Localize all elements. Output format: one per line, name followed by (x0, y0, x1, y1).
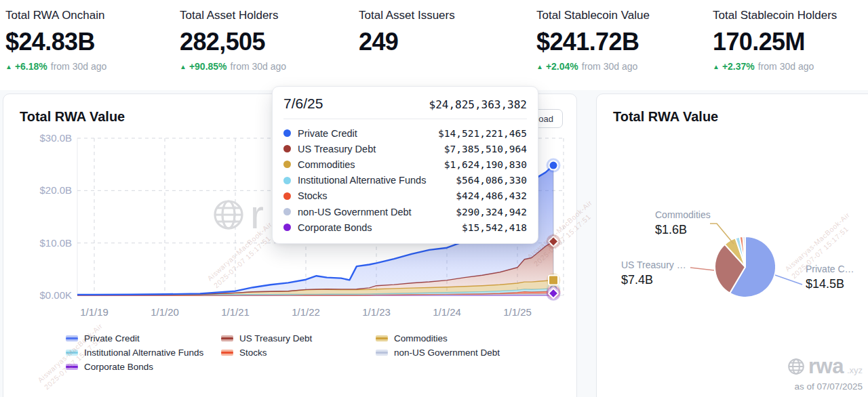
legend-label: Commodities (394, 333, 448, 343)
up-triangle-icon: ▲ (5, 63, 12, 70)
tooltip-row-value: $7,385,510,964 (444, 144, 527, 154)
tooltip-row-name: Stocks (298, 190, 456, 201)
x-axis-tick: 1/1/20 (151, 306, 179, 318)
up-triangle-icon: ▲ (180, 63, 186, 70)
x-axis-tick: 1/1/24 (433, 306, 461, 318)
tooltip-row-value: $564,086,330 (456, 175, 527, 186)
y-axis-tick: $30.0B (39, 132, 72, 144)
tooltip-date: 7/6/25 (283, 96, 323, 112)
series-dot-icon (283, 161, 291, 168)
tooltip-row-name: Institutional Alternative Funds (298, 175, 456, 186)
stat-delta: ▲+2.04%from 30d ago (536, 61, 650, 72)
stat-value: 170.25M (713, 27, 837, 56)
callout-line-private-credit (775, 275, 802, 285)
legend-item-us-treasury-debt[interactable]: US Treasury Debt (221, 333, 312, 343)
pie-label-us-treasury: US Treasury … $7.4B (621, 259, 686, 287)
pie-label-commodities-value: $1.6B (655, 223, 711, 237)
tooltip-row-us-treasury-debt: US Treasury Debt$7,385,510,964 (283, 141, 527, 156)
y-axis-tick: $20.0B (39, 184, 72, 196)
x-axis-tick: 1/1/21 (221, 306, 250, 318)
series-dot-icon (283, 177, 291, 184)
stat-value: 249 (359, 27, 455, 56)
tooltip-row-institutional-alternative-funds: Institutional Alternative Funds$564,086,… (283, 173, 527, 188)
legend-item-private-credit[interactable]: Private Credit (66, 333, 140, 343)
tooltip-row-value: $290,324,942 (456, 207, 527, 217)
up-triangle-icon: ▲ (536, 63, 543, 70)
pie-label-us-treasury-value: $7.4B (621, 273, 686, 287)
legend-label: Private Credit (84, 333, 140, 343)
series-dot-icon (283, 192, 291, 200)
legend-item-stocks[interactable]: Stocks (221, 348, 267, 358)
stat-value: $24.83B (5, 27, 106, 56)
chart-tooltip: 7/6/25 $24,825,363,382 Private Credit$14… (272, 86, 538, 244)
legend-label: Corporate Bonds (84, 362, 153, 372)
series-dot-icon (283, 224, 291, 231)
tooltip-row-value: $1,624,190,830 (444, 159, 527, 170)
series-dot-icon (283, 208, 291, 215)
tooltip-row-value: $14,521,221,465 (438, 128, 527, 139)
rwa-dashboard: Total RWA Onchain$24.83B▲+6.18%from 30d … (0, 0, 868, 397)
legend-item-institutional-alternative-funds[interactable]: Institutional Alternative Funds (66, 348, 203, 358)
x-axis-tick: 1/1/25 (503, 306, 532, 318)
legend-item-commodities[interactable]: Commodities (376, 333, 448, 343)
legend-swatch-icon (376, 335, 388, 341)
total-rwa-value-pie-card: Total RWA Value Commodities $1.6B US Tre… (596, 93, 868, 397)
legend-label: Institutional Alternative Funds (84, 348, 203, 358)
legend-swatch-icon (221, 335, 233, 341)
stat-delta: ▲+6.18%from 30d ago (5, 61, 106, 72)
tooltip-row-value: $15,542,418 (462, 222, 527, 233)
stat-label: Total Asset Holders (180, 9, 286, 22)
tooltip-row-name: non-US Government Debt (298, 207, 456, 217)
y-axis-tick: $0.00K (39, 289, 72, 301)
stat-delta: ▲+2.37%from 30d ago (713, 61, 837, 72)
pie-label-private-credit-name: Private C… (806, 264, 854, 274)
pie-label-us-treasury-name: US Treasury … (621, 259, 686, 270)
legend-swatch-icon (66, 364, 78, 370)
tooltip-row-commodities: Commodities$1,624,190,830 (283, 156, 527, 172)
legend-label: Stocks (239, 348, 267, 358)
stat-delta: ▲+90.85%from 30d ago (180, 61, 286, 72)
tooltip-row-corporate-bonds: Corporate Bonds$15,542,418 (283, 220, 527, 235)
x-axis-tick: 1/1/19 (80, 306, 108, 318)
legend-item-non-us-government-debt[interactable]: non-US Government Debt (376, 348, 500, 358)
legend-label: US Treasury Debt (239, 333, 312, 343)
stat-label: Total Stablecoin Value (536, 9, 650, 22)
pie-label-private-credit-value: $14.5B (806, 277, 854, 291)
tooltip-row-name: US Treasury Debt (298, 144, 444, 154)
legend-item-corporate-bonds[interactable]: Corporate Bonds (66, 362, 153, 372)
legend-swatch-icon (66, 335, 78, 341)
stat-delta (359, 61, 455, 72)
stat-label: Total Asset Issuers (359, 9, 455, 22)
tooltip-row-private-credit: Private Credit$14,521,221,465 (283, 125, 527, 141)
series-dot-icon (283, 129, 291, 137)
stat-label: Total Stablecoin Holders (713, 9, 837, 22)
tooltip-header: 7/6/25 $24,825,363,382 (283, 87, 527, 112)
tooltip-row-non-us-government-debt: non-US Government Debt$290,324,942 (283, 204, 527, 220)
stat-label: Total RWA Onchain (5, 9, 106, 22)
marker-commodities (549, 276, 558, 285)
tooltip-row-name: Corporate Bonds (298, 222, 462, 233)
tooltip-row-stocks: Stocks$424,486,432 (283, 188, 527, 204)
stat-value: 282,505 (180, 27, 286, 56)
stat-value: $241.72B (536, 27, 650, 56)
tooltip-row-value: $424,486,432 (456, 190, 527, 201)
tooltip-rows: Private Credit$14,521,221,465US Treasury… (283, 119, 527, 235)
stat-total-rwa-onchain: Total RWA Onchain$24.83B▲+6.18%from 30d … (5, 9, 106, 72)
pie-label-commodities-name: Commodities (655, 209, 711, 220)
stat-total-asset-issuers: Total Asset Issuers249 (359, 9, 455, 72)
tooltip-row-name: Private Credit (298, 128, 438, 139)
pie-label-commodities: Commodities $1.6B (655, 209, 711, 237)
tooltip-row-name: Commodities (298, 159, 444, 170)
legend-swatch-icon (66, 350, 78, 356)
stat-total-asset-holders: Total Asset Holders282,505▲+90.85%from 3… (180, 9, 286, 72)
pie-label-private-credit: Private C… $14.5B (806, 264, 854, 291)
legend-swatch-icon (376, 350, 388, 356)
tooltip-total-value: $24,825,363,382 (429, 98, 528, 111)
series-dot-icon (283, 145, 291, 152)
y-axis-tick: $10.0B (39, 237, 72, 249)
marker-private-credit (549, 161, 558, 170)
pie-chart[interactable] (597, 94, 868, 397)
x-axis-tick: 1/1/23 (362, 306, 391, 318)
legend-swatch-icon (221, 350, 233, 356)
up-triangle-icon: ▲ (713, 63, 719, 70)
